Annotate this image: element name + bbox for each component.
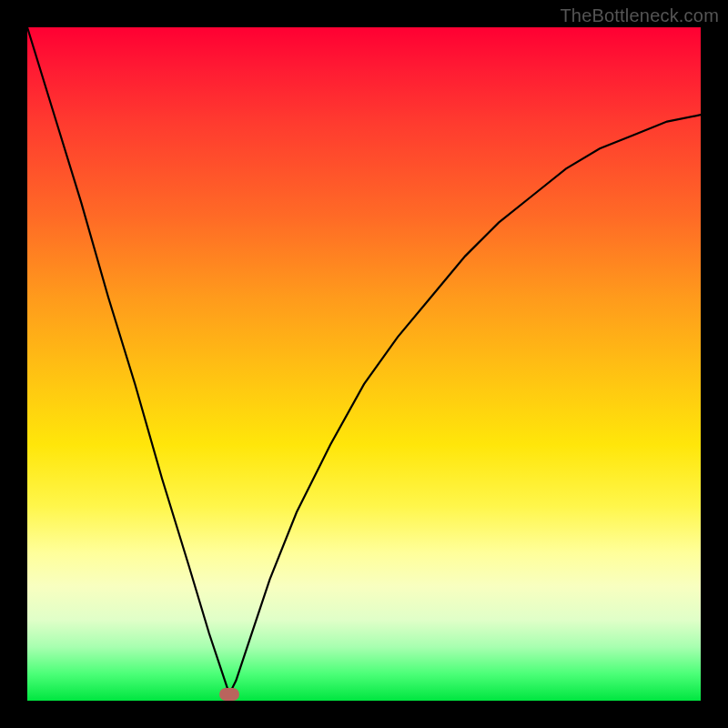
plot-area [27,27,701,701]
watermark-text: TheBottleneck.com [560,5,719,26]
optimal-point-marker [219,688,239,701]
chart-frame: TheBottleneck.com [0,0,728,728]
bottleneck-curve [27,27,701,701]
curve-path [27,27,701,694]
